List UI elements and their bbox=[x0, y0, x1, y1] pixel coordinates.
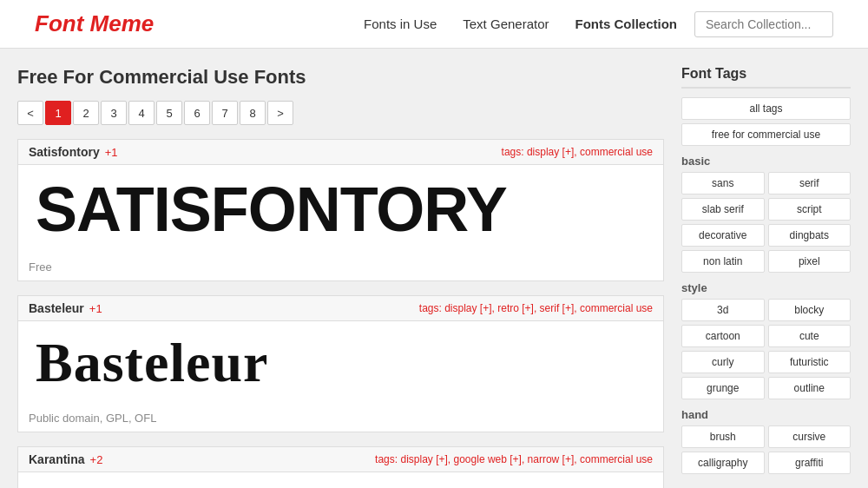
font-card-karantina: Karantina +2 tags: display [+], google w… bbox=[17, 446, 664, 488]
font-preview-text: Karantina bbox=[36, 481, 308, 488]
tag-decorative[interactable]: decorative bbox=[681, 224, 765, 247]
tag-curly[interactable]: curly bbox=[681, 351, 765, 373]
tag-dingbats[interactable]: dingbats bbox=[768, 224, 852, 247]
font-card-header: Karantina +2 tags: display [+], google w… bbox=[18, 447, 663, 472]
font-name[interactable]: Karantina bbox=[29, 452, 85, 466]
font-count: +1 bbox=[89, 302, 102, 315]
page-1-button[interactable]: 1 bbox=[45, 101, 71, 125]
font-card-header: Basteleur +1 tags: display [+], retro [+… bbox=[18, 296, 663, 321]
sidebar-title: Font Tags bbox=[681, 66, 851, 89]
tag-non-latin[interactable]: non latin bbox=[681, 250, 765, 273]
tag-script[interactable]: script bbox=[768, 198, 852, 221]
page-2-button[interactable]: 2 bbox=[73, 101, 99, 125]
category-hand: hand bbox=[681, 408, 851, 421]
tag-all-tags[interactable]: all tags bbox=[681, 97, 851, 120]
category-basic: basic bbox=[681, 155, 851, 168]
next-page-button[interactable]: > bbox=[267, 101, 293, 125]
tag-brush[interactable]: brush bbox=[681, 425, 765, 448]
site-header: Font Meme Fonts in Use Text Generator Fo… bbox=[0, 0, 868, 49]
tag-slab-serif[interactable]: slab serif bbox=[681, 198, 765, 221]
tag-blocky[interactable]: blocky bbox=[768, 299, 852, 321]
style-tags: 3d blocky cartoon cute curly futuristic … bbox=[681, 299, 851, 399]
tag-serif[interactable]: serif bbox=[768, 172, 852, 195]
font-preview: SATISFONTORY bbox=[18, 165, 663, 257]
tag-futuristic[interactable]: futuristic bbox=[768, 351, 852, 373]
page-3-button[interactable]: 3 bbox=[101, 101, 127, 125]
tag-free-commercial[interactable]: free for commercial use bbox=[681, 123, 851, 146]
font-preview: Karantina bbox=[18, 472, 663, 488]
font-name[interactable]: Basteleur bbox=[29, 301, 84, 315]
font-preview-text: Basteleur bbox=[36, 331, 269, 395]
tag-sans[interactable]: sans bbox=[681, 172, 765, 195]
page-6-button[interactable]: 6 bbox=[184, 101, 210, 125]
tag-graffiti[interactable]: graffiti bbox=[768, 452, 852, 474]
page-4-button[interactable]: 4 bbox=[128, 101, 155, 125]
nav-text-generator[interactable]: Text Generator bbox=[463, 16, 549, 31]
tag-outline[interactable]: outline bbox=[768, 377, 852, 399]
category-style: style bbox=[681, 281, 851, 294]
font-card-basteleur: Basteleur +1 tags: display [+], retro [+… bbox=[17, 295, 664, 432]
font-card-satisfontory: Satisfontory +1 tags: display [+], comme… bbox=[17, 139, 664, 281]
tag-calligraphy[interactable]: calligraphy bbox=[681, 452, 765, 474]
main-content: Free For Commercial Use Fonts < 1 2 3 4 … bbox=[17, 66, 664, 488]
tag-grunge[interactable]: grunge bbox=[681, 377, 765, 399]
font-license: Public domain, GPL, OFL bbox=[18, 408, 663, 432]
tag-pixel[interactable]: pixel bbox=[768, 250, 852, 273]
nav-fonts-collection[interactable]: Fonts Collection bbox=[575, 16, 678, 31]
tag-cute[interactable]: cute bbox=[768, 325, 852, 347]
font-count: +1 bbox=[105, 146, 118, 159]
font-preview-text: SATISFONTORY bbox=[36, 174, 507, 245]
page-5-button[interactable]: 5 bbox=[156, 101, 182, 125]
site-logo[interactable]: Font Meme bbox=[35, 10, 154, 37]
tag-3d[interactable]: 3d bbox=[681, 299, 765, 321]
page-title: Free For Commercial Use Fonts bbox=[17, 66, 664, 89]
font-tags: tags: display [+], retro [+], serif [+],… bbox=[419, 302, 653, 314]
basic-tags: sans serif slab serif script decorative … bbox=[681, 172, 851, 273]
page-8-button[interactable]: 8 bbox=[240, 101, 266, 125]
font-preview: Basteleur bbox=[18, 321, 663, 408]
pagination: < 1 2 3 4 5 6 7 8 > bbox=[17, 101, 664, 125]
font-card-header: Satisfontory +1 tags: display [+], comme… bbox=[18, 140, 663, 165]
font-count: +2 bbox=[90, 453, 103, 466]
prev-page-button[interactable]: < bbox=[17, 101, 43, 125]
nav-fonts-in-use[interactable]: Fonts in Use bbox=[364, 16, 437, 31]
sidebar: Font Tags all tags free for commercial u… bbox=[681, 66, 851, 488]
search-input[interactable] bbox=[694, 11, 833, 37]
font-name[interactable]: Satisfontory bbox=[29, 145, 100, 159]
page-wrapper: Free For Commercial Use Fonts < 1 2 3 4 … bbox=[0, 49, 868, 488]
main-nav: Fonts in Use Text Generator Fonts Collec… bbox=[364, 16, 677, 31]
font-license: Free bbox=[18, 257, 663, 280]
font-tags: tags: display [+], commercial use bbox=[502, 146, 653, 158]
font-tags: tags: display [+], google web [+], narro… bbox=[375, 453, 653, 465]
top-tags: all tags free for commercial use bbox=[681, 97, 851, 146]
tag-cursive[interactable]: cursive bbox=[768, 425, 852, 448]
page-7-button[interactable]: 7 bbox=[212, 101, 238, 125]
tag-cartoon[interactable]: cartoon bbox=[681, 325, 765, 347]
hand-tags: brush cursive calligraphy graffiti bbox=[681, 425, 851, 474]
